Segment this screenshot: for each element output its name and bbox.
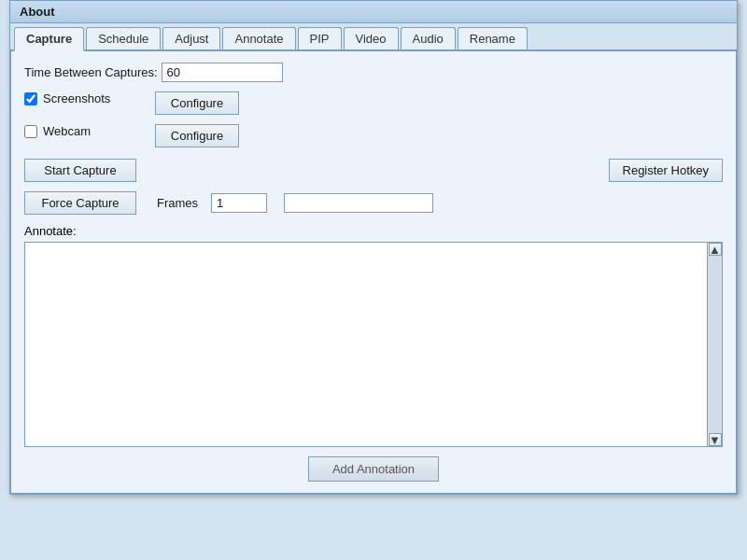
add-annotation-button[interactable]: Add Annotation (308, 456, 439, 482)
tab-video[interactable]: Video (344, 27, 399, 49)
title-bar: About (10, 1, 737, 23)
frames-label: Frames (157, 196, 198, 210)
start-capture-button[interactable]: Start Capture (24, 159, 136, 182)
webcam-label: Webcam (43, 124, 91, 138)
configure-buttons-col: Configure Configure (155, 91, 239, 147)
scrollbar: ▲ ▼ (707, 243, 722, 446)
tab-adjust[interactable]: Adjust (162, 27, 220, 49)
time-between-row: Time Between Captures: (24, 63, 723, 82)
frames-input[interactable] (211, 193, 267, 213)
time-between-label: Time Between Captures: (24, 65, 158, 79)
annotate-textarea[interactable] (25, 243, 707, 446)
force-capture-row: Force Capture Frames (24, 191, 723, 215)
scroll-up-arrow[interactable]: ▲ (709, 243, 722, 256)
tab-schedule[interactable]: Schedule (86, 27, 161, 49)
checkboxes-col: Screenshots Webcam (24, 91, 136, 147)
scroll-down-arrow[interactable]: ▼ (709, 433, 722, 446)
tab-rename[interactable]: Rename (458, 27, 528, 49)
tab-pip[interactable]: PIP (298, 27, 342, 49)
webcam-row: Webcam (24, 124, 136, 138)
time-between-input[interactable] (162, 63, 283, 82)
hotkey-input[interactable] (284, 193, 433, 213)
main-window: About Capture Schedule Adjust Annotate P… (9, 0, 738, 495)
annotate-label: Annotate: (24, 224, 723, 238)
actions-row: Start Capture Register Hotkey (24, 159, 723, 182)
force-capture-button[interactable]: Force Capture (24, 191, 136, 215)
tab-audio[interactable]: Audio (401, 27, 456, 49)
tab-annotate[interactable]: Annotate (222, 27, 295, 49)
add-annotation-row: Add Annotation (24, 456, 723, 482)
tab-content-capture: Time Between Captures: Screenshots Webca… (10, 51, 737, 494)
screenshots-label: Screenshots (43, 91, 110, 105)
screenshots-row: Screenshots (24, 91, 136, 105)
configure-webcam-button[interactable]: Configure (155, 124, 239, 147)
configure-screenshots-button[interactable]: Configure (155, 91, 239, 115)
webcam-checkbox[interactable] (24, 125, 37, 138)
scroll-track (708, 256, 722, 433)
tab-bar: Capture Schedule Adjust Annotate PIP Vid… (10, 23, 737, 51)
tab-capture[interactable]: Capture (14, 27, 84, 51)
register-hotkey-button[interactable]: Register Hotkey (609, 159, 723, 182)
annotate-area-outer: ▲ ▼ (24, 242, 723, 447)
window-title: About (20, 5, 55, 19)
screenshots-checkbox[interactable] (24, 92, 37, 105)
